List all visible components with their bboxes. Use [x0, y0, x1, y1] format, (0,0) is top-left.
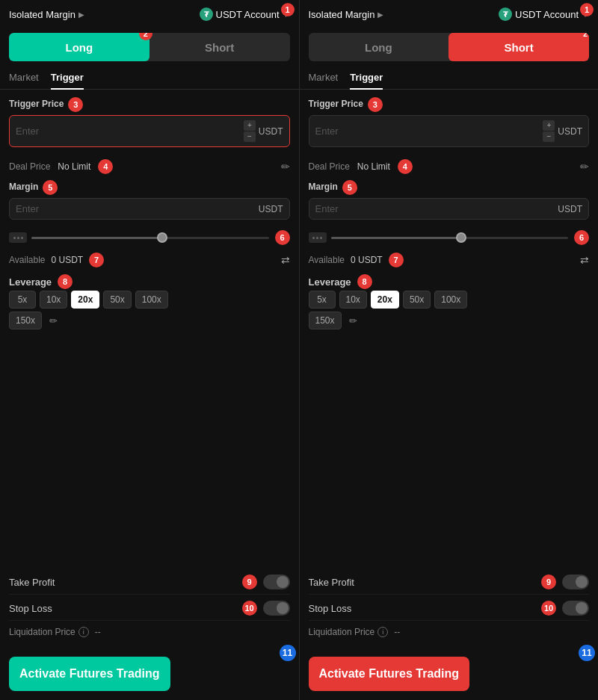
trigger-price-placeholder-left: Enter	[16, 126, 39, 137]
left-margin-selector[interactable]: Isolated Margin ▶	[9, 9, 84, 20]
trigger-price-input-left[interactable]: Enter + − USDT	[9, 115, 290, 147]
lev-5x-right[interactable]: 5x	[309, 291, 336, 309]
leverage-buttons-right: 5x 10x 20x 50x 100x	[309, 291, 590, 309]
margin-input-right[interactable]: Enter USDT	[309, 198, 590, 220]
trigger-tab-right[interactable]: Trigger	[350, 72, 383, 89]
leverage-badge-right: 8	[357, 274, 372, 289]
margin-field-label-left: Margin	[9, 182, 38, 192]
liq-info-icon-left: i	[78, 627, 89, 637]
trigger-badge-right: 3	[368, 97, 383, 112]
spacer-right	[309, 331, 590, 569]
deal-price-edit-right[interactable]: ✏	[580, 161, 589, 173]
lev-20x-right[interactable]: 20x	[371, 291, 399, 309]
activate-button-right[interactable]: Activate Futures Trading	[309, 657, 470, 691]
lev-50x-right[interactable]: 50x	[403, 291, 431, 309]
right-account-selector[interactable]: ₮ USDT Account ▼ 1	[499, 7, 589, 21]
slider-thumb-left[interactable]	[157, 232, 167, 243]
slider-track-left[interactable]	[31, 237, 269, 239]
available-value-right: 0 USDT	[351, 255, 383, 265]
margin-arrow-icon-right: ▶	[377, 10, 383, 19]
margin-placeholder-right: Enter	[315, 203, 339, 214]
lev-150x-right[interactable]: 150x	[309, 312, 342, 329]
lev-100x-right[interactable]: 100x	[434, 291, 467, 309]
trigger-increment-left[interactable]: +	[244, 120, 256, 131]
market-tab-left[interactable]: Market	[9, 72, 39, 89]
trigger-price-right-r: + − USDT	[543, 120, 582, 142]
transfer-icon-left[interactable]: ⇄	[281, 254, 290, 266]
available-badge-right: 7	[389, 253, 404, 267]
right-header: Isolated Margin ▶ ₮ USDT Account ▼ 1	[300, 0, 599, 28]
lev-20x-left[interactable]: 20x	[71, 291, 99, 309]
trigger-price-input-right[interactable]: Enter + − USDT	[309, 115, 590, 147]
market-tab-right[interactable]: Market	[309, 72, 339, 89]
take-profit-row-right: Take Profit 9	[309, 570, 590, 595]
right-margin-selector[interactable]: Isolated Margin ▶	[309, 9, 384, 20]
trigger-decrement-left[interactable]: −	[244, 131, 256, 142]
lev-100x-left[interactable]: 100x	[135, 291, 168, 309]
account-label-right: USDT Account	[515, 9, 579, 20]
lev-edit-left[interactable]: ✏	[46, 312, 61, 329]
lev-edit-right[interactable]: ✏	[346, 312, 360, 329]
deal-price-row-right: Deal Price No Limit 4 ✏	[309, 155, 590, 179]
activate-badge-right: 11	[579, 645, 595, 661]
slider-track-right[interactable]	[331, 237, 569, 239]
leverage-section-left: Leverage 8 5x 10x 20x 50x 100x 150x ✏	[9, 272, 290, 329]
slider-fill-right	[331, 237, 462, 239]
short-tab-left[interactable]: Short	[150, 33, 290, 61]
stop-loss-label-right: Stop Loss	[309, 603, 539, 614]
available-label-right: Available	[309, 255, 345, 265]
available-label-left: Available	[9, 255, 45, 265]
trigger-price-group-right: Trigger Price 3 Enter + − USDT	[309, 97, 590, 147]
deal-price-edit-left[interactable]: ✏	[281, 161, 290, 173]
stop-loss-knob-right	[576, 602, 588, 614]
activate-button-left[interactable]: Activate Futures Trading	[9, 657, 170, 691]
available-badge-left: 7	[89, 253, 104, 267]
trigger-decrement-right[interactable]: −	[543, 131, 555, 142]
take-profit-toggle-right[interactable]	[562, 574, 589, 589]
trigger-unit-left: USDT	[259, 126, 283, 137]
liq-label-left: Liquidation Price	[9, 627, 75, 637]
trigger-badge-left: 3	[68, 97, 83, 112]
lev-50x-left[interactable]: 50x	[103, 291, 131, 309]
long-tab-right[interactable]: Long	[309, 33, 449, 61]
slider-badge-left: 6	[275, 230, 290, 245]
stop-loss-toggle-left[interactable]	[263, 601, 290, 616]
tether-icon: ₮	[200, 7, 213, 21]
lev-10x-left[interactable]: 10x	[40, 291, 67, 309]
long-tab-left[interactable]: Long 2	[9, 33, 150, 61]
lev-10x-right[interactable]: 10x	[339, 291, 367, 309]
leverage-buttons-left: 5x 10x 20x 50x 100x	[9, 291, 290, 309]
header-badge-1-right: 1	[580, 3, 594, 16]
liq-value-right: --	[394, 627, 400, 637]
transfer-icon-right[interactable]: ⇄	[580, 254, 589, 266]
take-profit-badge-left: 9	[242, 574, 257, 589]
slider-badge-right: 6	[574, 230, 589, 245]
take-profit-toggle-left[interactable]	[263, 574, 290, 589]
lev-5x-left[interactable]: 5x	[9, 291, 36, 309]
available-row-right: Available 0 USDT 7 ⇄	[309, 250, 590, 270]
account-label: USDT Account	[216, 9, 280, 20]
left-account-selector[interactable]: ₮ USDT Account ▼ 1	[200, 7, 290, 21]
short-tab-right[interactable]: Short 2	[449, 33, 589, 61]
right-panel: Isolated Margin ▶ ₮ USDT Account ▼ 1 Lon…	[300, 0, 599, 700]
trigger-unit-right: USDT	[558, 126, 582, 137]
leverage-badge-left: 8	[58, 274, 73, 289]
margin-unit-left: USDT	[259, 204, 283, 214]
right-ls-tabs: Long Short 2	[309, 33, 590, 61]
isolated-margin-label: Isolated Margin	[9, 9, 75, 20]
lev-150x-left[interactable]: 150x	[9, 312, 42, 329]
tether-icon-right: ₮	[499, 7, 512, 21]
margin-group-left: Margin 5 Enter USDT	[9, 180, 290, 220]
dot1	[13, 237, 16, 239]
margin-input-left[interactable]: Enter USDT	[9, 198, 290, 220]
deal-price-value-right: No Limit	[357, 161, 390, 172]
left-mt-tabs: Market Trigger	[0, 66, 299, 90]
trigger-tab-left[interactable]: Trigger	[51, 72, 84, 89]
deal-badge-right: 4	[398, 159, 413, 174]
trigger-price-label-left: Trigger Price	[9, 99, 64, 109]
stop-loss-toggle-right[interactable]	[562, 601, 589, 616]
right-mt-tabs: Market Trigger	[300, 66, 599, 90]
trigger-increment-right[interactable]: +	[543, 120, 555, 131]
margin-badge-left: 5	[43, 180, 58, 195]
slider-thumb-right[interactable]	[456, 232, 466, 243]
